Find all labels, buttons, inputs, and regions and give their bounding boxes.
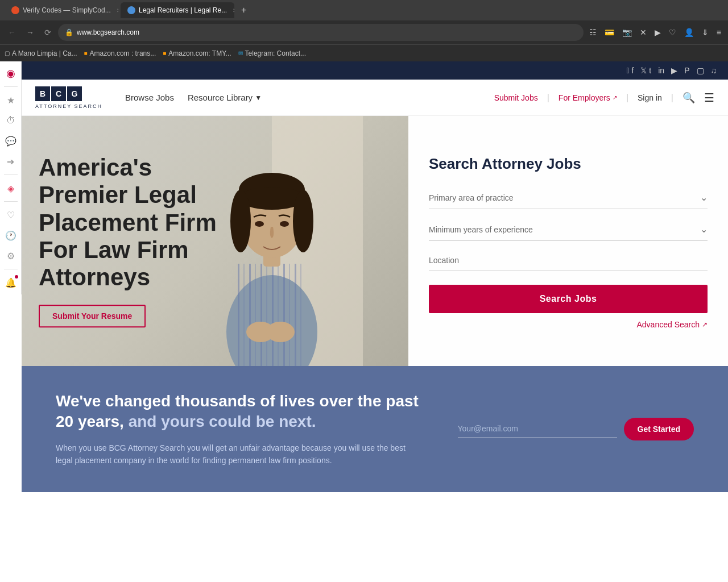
get-started-button[interactable]: Get Started	[624, 418, 694, 440]
pinterest-icon[interactable]: P	[684, 66, 689, 75]
browse-jobs-nav[interactable]: Browse Jobs	[125, 93, 174, 102]
download-icon[interactable]: ⇓	[700, 26, 711, 39]
sidebar-divider-2	[4, 174, 18, 175]
chevron-down-icon: ▼	[255, 94, 262, 102]
svg-point-20	[255, 221, 264, 227]
external-search-icon: ↗	[702, 321, 708, 329]
hero-section: America's Premier Legal Placement Firm F…	[22, 116, 728, 366]
top-social-bar:  f 𝕏 t in ▶ P ▢ ♫	[22, 61, 728, 80]
profile-icon[interactable]: 👤	[682, 26, 696, 39]
star-icon[interactable]: ★	[1, 90, 20, 110]
submit-resume-button[interactable]: Submit Your Resume	[39, 305, 146, 328]
svg-point-23	[266, 322, 295, 342]
menu-icon[interactable]: ≡	[714, 26, 723, 39]
svg-rect-10	[283, 264, 285, 366]
svg-rect-9	[278, 264, 279, 366]
search-jobs-button[interactable]: Search Jobs	[429, 285, 708, 313]
hero-cta: Submit Your Resume	[39, 305, 232, 328]
twitter-icon[interactable]: 𝕏 t	[640, 66, 651, 75]
for-employers-link[interactable]: For Employers ↗	[559, 93, 617, 102]
extensions-icon[interactable]: ☷	[587, 26, 599, 39]
logo-boxes: B C G	[35, 86, 102, 101]
primary-area-label: Primary area of practice	[429, 193, 514, 202]
screenshot-icon[interactable]: 📷	[620, 26, 634, 39]
header-divider-2: |	[626, 93, 628, 103]
logo-subtitle: ATTORNEY SEARCH	[35, 103, 102, 109]
bookmark-3[interactable]: ■ Amazon.com: TMY...	[163, 49, 231, 57]
settings-icon[interactable]: ⚙	[1, 246, 20, 265]
min-experience-label: Minimum years of experience	[429, 225, 533, 234]
address-bar[interactable]: 🔒 www.bcgsearch.com	[58, 24, 584, 41]
forward-button[interactable]: →	[23, 26, 38, 39]
site-header: B C G ATTORNEY SEARCH Browse Jobs Resour…	[22, 80, 728, 116]
tab-close-2[interactable]: ✕	[233, 7, 234, 14]
notification-icon[interactable]: 🔔	[1, 273, 20, 292]
close-nav-icon[interactable]: ✕	[638, 26, 649, 39]
sidebar-divider-1	[4, 86, 18, 87]
instagram-top-icon[interactable]: ▢	[697, 66, 704, 75]
min-experience-chevron-icon: ⌄	[700, 224, 708, 235]
nav-icons: ☷ 💳 📷 ✕ ▶ ♡ 👤 ⇓ ≡	[587, 26, 723, 39]
submit-jobs-link[interactable]: Submit Jobs	[494, 93, 538, 102]
advanced-search-link[interactable]: Advanced Search ↗	[429, 320, 708, 329]
header-divider-3: |	[671, 93, 673, 103]
banner-headline: We've changed thousands of lives over th…	[56, 391, 424, 433]
sidebar-divider-3	[4, 201, 18, 202]
bookmark-2[interactable]: ■ Amazon.com : trans...	[84, 49, 156, 57]
bookmark-4[interactable]: ✉ Telegram: Contact...	[238, 49, 306, 57]
bookmarks-bar: ▢ A Mano Limpia | Ca... ■ Amazon.com : t…	[0, 44, 728, 61]
youtube-icon[interactable]: ▶	[671, 66, 677, 75]
min-experience-dropdown[interactable]: Minimum years of experience ⌄	[429, 218, 708, 241]
clock-icon[interactable]: ⏱	[1, 111, 20, 130]
external-link-icon: ↗	[613, 94, 617, 101]
primary-area-dropdown[interactable]: Primary area of practice ⌄	[429, 186, 708, 209]
primary-area-chevron-icon: ⌄	[700, 192, 708, 203]
bookmark-1[interactable]: ▢ A Mano Limpia | Ca...	[5, 49, 77, 57]
resource-library-nav[interactable]: Resource Library ▼	[188, 93, 262, 102]
heart-nav-icon[interactable]: ♡	[667, 26, 679, 39]
location-input[interactable]	[429, 250, 708, 271]
opera-icon[interactable]: ◉	[1, 64, 20, 83]
facebook-icon[interactable]:  f	[627, 66, 634, 75]
instagram-icon[interactable]: ◈	[1, 178, 20, 198]
browser-nav: ← → ⟳ 🔒 www.bcgsearch.com ☷ 💳 📷 ✕ ▶ ♡ 👤 …	[0, 20, 728, 44]
svg-rect-5	[255, 264, 256, 366]
sidebar-divider-4	[4, 269, 18, 269]
tab-1[interactable]: Verify Codes — SimplyCod... ✕	[5, 2, 118, 18]
svg-point-21	[280, 221, 289, 227]
linkedin-icon[interactable]: in	[658, 66, 664, 75]
hero-image-area: America's Premier Legal Placement Firm F…	[22, 116, 408, 366]
history-icon[interactable]: 🕐	[1, 226, 20, 245]
arrow-right-icon[interactable]: ➔	[1, 152, 20, 171]
social-sidebar: ◉ ★ ⏱ 💬 ➔ ◈ ♡ 🕐 ⚙ 🔔	[0, 61, 22, 294]
svg-point-19	[293, 190, 313, 252]
email-input[interactable]	[458, 419, 617, 438]
search-panel: Search Attorney Jobs Primary area of pra…	[408, 116, 728, 366]
logo[interactable]: B C G ATTORNEY SEARCH	[35, 86, 102, 109]
svg-rect-3	[243, 264, 245, 366]
hamburger-menu-icon[interactable]: ☰	[704, 91, 714, 105]
chat-icon[interactable]: 💬	[1, 131, 20, 151]
svg-rect-2	[238, 264, 239, 366]
header-search-icon[interactable]: 🔍	[682, 92, 695, 104]
refresh-button[interactable]: ⟳	[41, 26, 55, 39]
sign-in-link[interactable]: Sign in	[638, 93, 662, 102]
tab-2[interactable]: Legal Recruiters | Legal Re... ✕	[121, 2, 234, 18]
tiktok-icon[interactable]: ♫	[711, 66, 717, 75]
wallet-icon[interactable]: 💳	[602, 26, 617, 39]
new-tab-button[interactable]: +	[237, 5, 251, 15]
svg-rect-7	[266, 264, 267, 366]
heart-icon[interactable]: ♡	[1, 205, 20, 225]
tab-close-1[interactable]: ✕	[117, 7, 118, 14]
logo-letter-g: G	[67, 86, 82, 101]
banner-cta: Get Started	[458, 418, 694, 440]
svg-rect-13	[300, 264, 301, 366]
search-title: Search Attorney Jobs	[429, 155, 708, 173]
main-nav: Browse Jobs Resource Library ▼	[125, 93, 494, 102]
svg-rect-12	[295, 264, 296, 366]
svg-rect-4	[249, 264, 251, 366]
back-button[interactable]: ←	[5, 26, 19, 39]
header-right: Submit Jobs | For Employers ↗ | Sign in …	[494, 91, 714, 105]
hero-headline: America's Premier Legal Placement Firm F…	[39, 154, 232, 291]
play-icon[interactable]: ▶	[652, 26, 663, 39]
